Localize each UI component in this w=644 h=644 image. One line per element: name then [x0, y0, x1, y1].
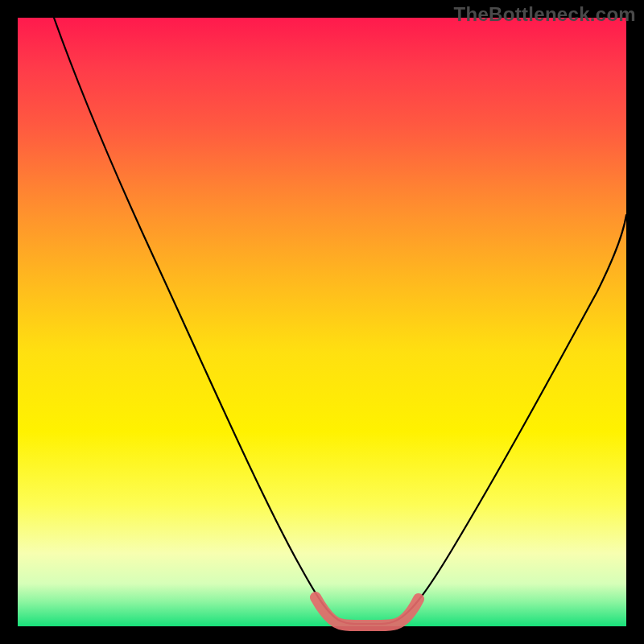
bottleneck-curve	[54, 18, 626, 624]
chart-plot-area	[18, 18, 626, 626]
chart-frame: TheBottleneck.com	[0, 0, 644, 644]
chart-svg	[18, 18, 626, 626]
watermark-text: TheBottleneck.com	[454, 3, 636, 26]
optimal-range-highlight	[316, 597, 419, 625]
